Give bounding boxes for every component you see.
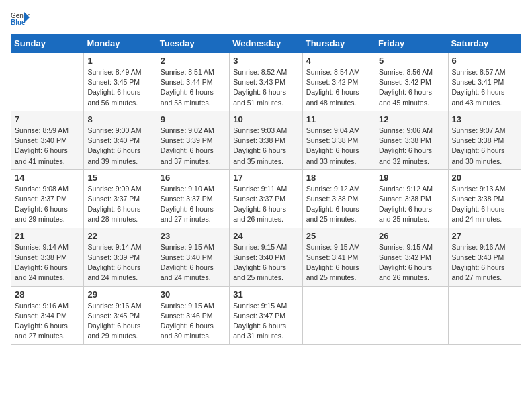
calendar-cell: 21Sunrise: 9:14 AM Sunset: 3:38 PM Dayli… [11,228,84,286]
weekday-header-wednesday: Wednesday [230,34,302,53]
weekday-header-monday: Monday [84,34,157,53]
logo: General Blue [11,11,32,26]
day-info: Sunrise: 9:15 AM Sunset: 3:41 PM Dayligh… [306,242,371,283]
day-number: 5 [379,56,444,66]
calendar-cell: 26Sunrise: 9:15 AM Sunset: 3:42 PM Dayli… [375,228,448,286]
day-info: Sunrise: 9:10 AM Sunset: 3:37 PM Dayligh… [161,184,226,225]
calendar-cell: 14Sunrise: 9:08 AM Sunset: 3:37 PM Dayli… [11,169,84,228]
day-info: Sunrise: 8:52 AM Sunset: 3:43 PM Dayligh… [233,67,298,108]
calendar-cell: 22Sunrise: 9:14 AM Sunset: 3:39 PM Dayli… [84,228,157,286]
weekday-header-friday: Friday [375,34,448,53]
calendar-cell: 17Sunrise: 9:11 AM Sunset: 3:37 PM Dayli… [230,169,302,228]
day-number: 16 [161,173,226,183]
day-info: Sunrise: 9:00 AM Sunset: 3:40 PM Dayligh… [87,126,152,167]
day-number: 2 [161,56,226,66]
calendar-cell: 23Sunrise: 9:15 AM Sunset: 3:40 PM Dayli… [157,228,229,286]
calendar-week-2: 7Sunrise: 8:59 AM Sunset: 3:40 PM Daylig… [11,111,521,169]
day-number: 27 [452,231,517,241]
day-info: Sunrise: 9:14 AM Sunset: 3:39 PM Dayligh… [87,242,152,283]
calendar-cell: 19Sunrise: 9:12 AM Sunset: 3:38 PM Dayli… [375,169,448,228]
day-info: Sunrise: 8:49 AM Sunset: 3:45 PM Dayligh… [87,67,152,108]
calendar-cell: 30Sunrise: 9:15 AM Sunset: 3:46 PM Dayli… [157,286,229,345]
calendar-cell: 31Sunrise: 9:15 AM Sunset: 3:47 PM Dayli… [230,286,302,345]
day-info: Sunrise: 8:59 AM Sunset: 3:40 PM Dayligh… [15,126,80,167]
day-number: 21 [15,231,80,241]
day-number: 31 [233,289,298,300]
calendar-cell: 2Sunrise: 8:51 AM Sunset: 3:44 PM Daylig… [157,53,229,111]
calendar-cell: 15Sunrise: 9:09 AM Sunset: 3:37 PM Dayli… [84,169,157,228]
calendar-cell: 29Sunrise: 9:16 AM Sunset: 3:45 PM Dayli… [84,286,157,345]
day-number: 8 [87,114,152,124]
day-info: Sunrise: 9:03 AM Sunset: 3:38 PM Dayligh… [233,126,298,167]
day-info: Sunrise: 9:16 AM Sunset: 3:45 PM Dayligh… [87,301,152,342]
calendar-cell: 11Sunrise: 9:04 AM Sunset: 3:38 PM Dayli… [302,111,375,169]
day-info: Sunrise: 8:51 AM Sunset: 3:44 PM Dayligh… [161,67,226,108]
day-number: 6 [452,56,517,66]
page-header: General Blue [11,11,521,26]
day-number: 9 [161,114,226,124]
calendar-table: SundayMondayTuesdayWednesdayThursdayFrid… [11,34,521,345]
calendar-cell: 18Sunrise: 9:12 AM Sunset: 3:38 PM Dayli… [302,169,375,228]
calendar-cell: 5Sunrise: 8:56 AM Sunset: 3:42 PM Daylig… [375,53,448,111]
calendar-body: 1Sunrise: 8:49 AM Sunset: 3:45 PM Daylig… [11,53,521,345]
calendar-cell: 28Sunrise: 9:16 AM Sunset: 3:44 PM Dayli… [11,286,84,345]
day-info: Sunrise: 9:15 AM Sunset: 3:46 PM Dayligh… [161,301,226,342]
calendar-cell: 27Sunrise: 9:16 AM Sunset: 3:43 PM Dayli… [448,228,521,286]
day-info: Sunrise: 9:12 AM Sunset: 3:38 PM Dayligh… [379,184,444,225]
day-number: 29 [87,289,152,300]
calendar-cell [302,286,375,345]
day-number: 1 [87,56,152,66]
day-number: 4 [306,56,371,66]
day-number: 20 [452,173,517,183]
calendar-cell [375,286,448,345]
day-number: 10 [233,114,298,124]
calendar-cell: 6Sunrise: 8:57 AM Sunset: 3:41 PM Daylig… [448,53,521,111]
svg-text:Blue: Blue [11,19,26,26]
day-number: 14 [15,173,80,183]
calendar-cell: 13Sunrise: 9:07 AM Sunset: 3:38 PM Dayli… [448,111,521,169]
calendar-cell: 20Sunrise: 9:13 AM Sunset: 3:38 PM Dayli… [448,169,521,228]
day-info: Sunrise: 9:15 AM Sunset: 3:47 PM Dayligh… [233,301,298,342]
day-number: 11 [306,114,371,124]
day-number: 12 [379,114,444,124]
calendar-cell: 3Sunrise: 8:52 AM Sunset: 3:43 PM Daylig… [230,53,302,111]
calendar-cell [11,53,84,111]
day-number: 24 [233,231,298,241]
day-info: Sunrise: 9:07 AM Sunset: 3:38 PM Dayligh… [452,126,517,167]
weekday-header-thursday: Thursday [302,34,375,53]
calendar-cell: 25Sunrise: 9:15 AM Sunset: 3:41 PM Dayli… [302,228,375,286]
logo-icon: General Blue [11,11,30,26]
weekday-header-sunday: Sunday [11,34,84,53]
day-info: Sunrise: 9:14 AM Sunset: 3:38 PM Dayligh… [15,242,80,283]
calendar-cell: 12Sunrise: 9:06 AM Sunset: 3:38 PM Dayli… [375,111,448,169]
calendar-week-4: 21Sunrise: 9:14 AM Sunset: 3:38 PM Dayli… [11,228,521,286]
day-info: Sunrise: 9:15 AM Sunset: 3:42 PM Dayligh… [379,242,444,283]
day-info: Sunrise: 9:02 AM Sunset: 3:39 PM Dayligh… [161,126,226,167]
day-number: 25 [306,231,371,241]
day-info: Sunrise: 8:54 AM Sunset: 3:42 PM Dayligh… [306,67,371,108]
day-number: 22 [87,231,152,241]
day-number: 13 [452,114,517,124]
day-info: Sunrise: 9:12 AM Sunset: 3:38 PM Dayligh… [306,184,371,225]
weekday-header-row: SundayMondayTuesdayWednesdayThursdayFrid… [11,34,521,53]
day-number: 18 [306,173,371,183]
day-number: 30 [161,289,226,300]
day-number: 28 [15,289,80,300]
weekday-header-saturday: Saturday [448,34,521,53]
calendar-cell: 4Sunrise: 8:54 AM Sunset: 3:42 PM Daylig… [302,53,375,111]
day-info: Sunrise: 9:09 AM Sunset: 3:37 PM Dayligh… [87,184,152,225]
day-number: 3 [233,56,298,66]
day-info: Sunrise: 9:15 AM Sunset: 3:40 PM Dayligh… [161,242,226,283]
calendar-cell: 1Sunrise: 8:49 AM Sunset: 3:45 PM Daylig… [84,53,157,111]
day-info: Sunrise: 9:04 AM Sunset: 3:38 PM Dayligh… [306,126,371,167]
day-info: Sunrise: 9:16 AM Sunset: 3:44 PM Dayligh… [15,301,80,342]
day-info: Sunrise: 9:11 AM Sunset: 3:37 PM Dayligh… [233,184,298,225]
day-number: 19 [379,173,444,183]
calendar-week-3: 14Sunrise: 9:08 AM Sunset: 3:37 PM Dayli… [11,169,521,228]
calendar-cell: 7Sunrise: 8:59 AM Sunset: 3:40 PM Daylig… [11,111,84,169]
calendar-week-1: 1Sunrise: 8:49 AM Sunset: 3:45 PM Daylig… [11,53,521,111]
day-info: Sunrise: 8:56 AM Sunset: 3:42 PM Dayligh… [379,67,444,108]
day-info: Sunrise: 9:13 AM Sunset: 3:38 PM Dayligh… [452,184,517,225]
day-info: Sunrise: 9:16 AM Sunset: 3:43 PM Dayligh… [452,242,517,283]
day-info: Sunrise: 9:15 AM Sunset: 3:40 PM Dayligh… [233,242,298,283]
